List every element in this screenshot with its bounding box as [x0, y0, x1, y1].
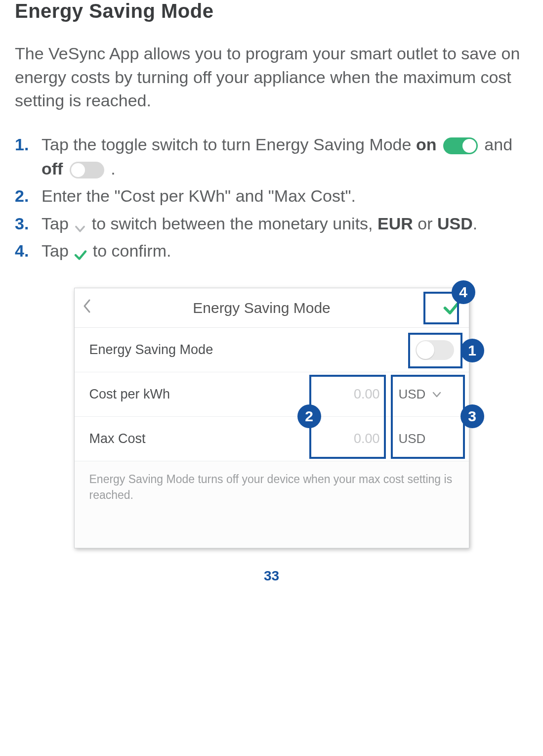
cost-per-kwh-row: Cost per kWh 0.00 USD: [75, 372, 469, 417]
phone-frame: Energy Saving Mode Energy Saving Mode Co…: [74, 288, 469, 548]
energy-saving-toggle[interactable]: [416, 340, 454, 360]
help-text: Energy Saving Mode turns off your device…: [75, 461, 469, 547]
step-text: Tap to confirm.: [42, 239, 528, 263]
toggle-on-icon: [443, 137, 478, 154]
on-label: on: [416, 135, 437, 154]
confirm-button[interactable]: [434, 298, 469, 318]
chevron-down-icon: [73, 218, 87, 232]
step-1: 1. Tap the toggle switch to turn Energy …: [15, 133, 528, 181]
row-label: Energy Saving Mode: [89, 342, 416, 357]
step-text-fragment: or: [413, 214, 437, 233]
step-number: 3.: [15, 212, 42, 236]
step-text: Tap to switch between the monetary units…: [42, 212, 528, 236]
currency-label: USD: [399, 387, 426, 402]
usd-label: USD: [437, 214, 473, 233]
screen-title: Energy Saving Mode: [89, 300, 434, 316]
max-cost-input[interactable]: 0.00: [316, 431, 390, 446]
currency-label-static: USD: [390, 431, 454, 446]
checkmark-icon: [73, 245, 88, 260]
off-label: off: [42, 159, 63, 178]
currency-selector[interactable]: USD: [390, 387, 454, 402]
step-text: Tap the toggle switch to turn Energy Sav…: [42, 133, 528, 181]
step-text-fragment: and: [484, 135, 512, 154]
phone-header: Energy Saving Mode: [75, 288, 469, 328]
section-heading: Energy Saving Mode: [15, 0, 528, 22]
eur-label: EUR: [377, 214, 413, 233]
phone-screenshot: Energy Saving Mode Energy Saving Mode Co…: [74, 288, 469, 548]
row-label: Max Cost: [89, 431, 316, 446]
step-number: 1.: [15, 133, 42, 181]
energy-saving-mode-row: Energy Saving Mode: [75, 328, 469, 372]
step-4: 4. Tap to confirm.: [15, 239, 528, 263]
instruction-list: 1. Tap the toggle switch to turn Energy …: [15, 133, 528, 263]
row-label: Cost per kWh: [89, 387, 316, 402]
step-text: Enter the "Cost per KWh" and "Max Cost".: [42, 184, 528, 208]
chevron-down-icon: [432, 392, 441, 398]
step-3: 3. Tap to switch between the monetary un…: [15, 212, 528, 236]
step-number: 2.: [15, 184, 42, 208]
step-text-fragment: Tap the toggle switch to turn Energy Sav…: [42, 135, 416, 154]
currency-label: USD: [399, 431, 426, 446]
intro-paragraph: The VeSync App allows you to program you…: [15, 42, 528, 113]
page-number: 33: [15, 568, 528, 584]
step-text-fragment: .: [106, 159, 116, 178]
toggle-off-icon: [70, 162, 104, 178]
step-text-fragment: .: [473, 214, 477, 233]
step-text-fragment: to confirm.: [88, 241, 171, 260]
step-2: 2. Enter the "Cost per KWh" and "Max Cos…: [15, 184, 528, 208]
step-text-fragment: Tap: [42, 214, 73, 233]
step-number: 4.: [15, 239, 42, 263]
step-text-fragment: to switch between the monetary units,: [87, 214, 377, 233]
max-cost-row: Max Cost 0.00 USD: [75, 417, 469, 461]
cost-per-kwh-input[interactable]: 0.00: [316, 387, 390, 402]
step-text-fragment: Tap: [42, 241, 73, 260]
